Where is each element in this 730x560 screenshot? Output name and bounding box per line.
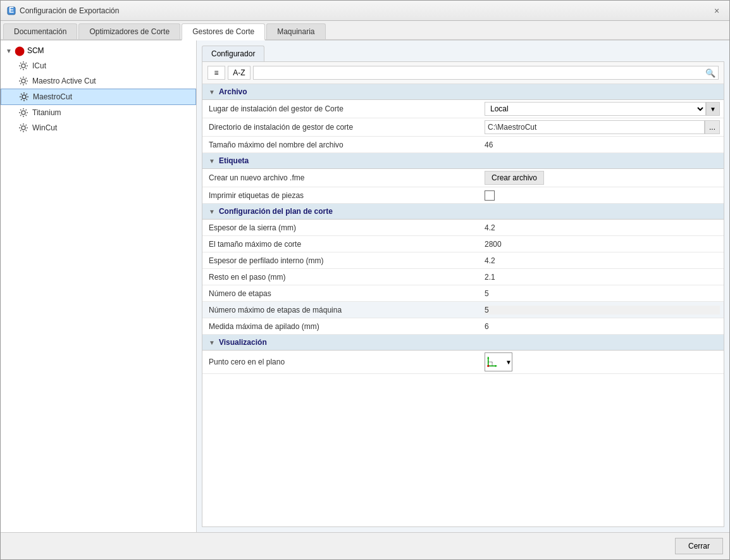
- sidebar-group-header[interactable]: ▼ ⬤ SCM: [1, 43, 196, 58]
- property-value-tamano-corte: [481, 238, 724, 251]
- crear-archivo-button[interactable]: Crear archivo: [485, 171, 544, 185]
- property-tamano-nombre: Tamaño máximo del nombre del archivo: [202, 137, 724, 153]
- coord-selector-button[interactable]: ▼: [485, 352, 512, 371]
- coord-dropdown-arrow: ▼: [505, 359, 512, 366]
- section-archivo: ▼ Archivo Lugar de instalación del gesto…: [202, 84, 724, 153]
- property-label-tamano-corte: El tamaño máximo de corte: [202, 237, 481, 251]
- input-resto-paso[interactable]: [485, 273, 720, 282]
- sidebar-group-label: SCM: [27, 46, 44, 55]
- gear-icon-maestrocut: [19, 92, 29, 102]
- config-toolbar: ≡ A-Z 🔍: [202, 62, 724, 84]
- tab-maquinaria[interactable]: Maquinaria: [266, 23, 325, 39]
- sidebar-item-titanium[interactable]: Titanium: [1, 105, 196, 120]
- property-label-medida-apilado: Medida máxima de apilado (mm): [202, 320, 481, 333]
- browse-button[interactable]: ...: [705, 120, 720, 134]
- property-label-tamano: Tamaño máximo del nombre del archivo: [202, 138, 481, 152]
- search-box: 🔍: [253, 66, 719, 80]
- property-imprimir-etiquetas: Imprimir etiquetas de piezas: [202, 187, 724, 204]
- svg-point-2: [22, 64, 25, 68]
- section-config-plan: ▼ Configuración del plan de corte Espeso…: [202, 204, 724, 335]
- title-bar-left: E Configuración de Exportación: [7, 6, 119, 15]
- close-button[interactable]: Cerrar: [675, 538, 723, 554]
- section-config-plan-header[interactable]: ▼ Configuración del plan de corte: [202, 204, 724, 220]
- property-value-tamano: [481, 139, 724, 151]
- property-label-lugar: Lugar de instalación del gestor de Corte: [202, 102, 481, 116]
- sidebar-item-icut[interactable]: ICut: [1, 58, 196, 73]
- property-directorio: Directorio de instalación de gestor de c…: [202, 118, 724, 137]
- bottom-bar: Cerrar: [1, 532, 729, 559]
- gear-icon-titanium: [18, 108, 28, 118]
- collapse-visualizacion-icon: ▼: [209, 339, 215, 346]
- property-value-medida-apilado: [481, 320, 724, 333]
- input-directorio[interactable]: [485, 120, 705, 134]
- property-value-directorio: ...: [481, 118, 724, 136]
- search-icon: 🔍: [705, 68, 715, 78]
- title-bar: E Configuración de Exportación ×: [1, 1, 729, 21]
- tab-optimizadores[interactable]: Optimizadores de Corte: [78, 23, 180, 39]
- property-resto-paso: Resto en el paso (mm): [202, 269, 724, 285]
- svg-point-3: [22, 79, 25, 83]
- gear-icon-wincut: [18, 123, 28, 133]
- section-archivo-header[interactable]: ▼ Archivo: [202, 84, 724, 100]
- property-label-crear: Crear un nuevo archivo .fme: [202, 171, 481, 185]
- sidebar-item-wincut[interactable]: WinCut: [1, 120, 196, 135]
- input-num-etapas[interactable]: [485, 289, 720, 298]
- property-label-espesor-sierra: Espesor de la sierra (mm): [202, 221, 481, 235]
- input-tamano-corte[interactable]: [485, 240, 720, 249]
- content-panel: Configurador ≡ A-Z 🔍: [197, 40, 729, 532]
- window-title: Configuración de Exportación: [20, 6, 119, 15]
- main-content: ▼ ⬤ SCM ICut Maestro Active: [1, 40, 729, 532]
- tab-gestores[interactable]: Gestores de Corte: [182, 23, 265, 40]
- app-icon: E: [7, 6, 16, 15]
- collapse-config-plan-icon: ▼: [209, 208, 215, 215]
- property-num-max-etapas: Número máximo de etapas de máquina: [202, 302, 724, 318]
- svg-point-11: [487, 365, 489, 367]
- property-label-num-etapas: Número de etapas: [202, 287, 481, 301]
- svg-marker-9: [487, 356, 489, 358]
- sidebar-group-scm: ▼ ⬤ SCM ICut Maestro Active: [1, 43, 196, 135]
- tab-documentacion[interactable]: Documentación: [3, 23, 77, 39]
- sidebar-item-maestrocut[interactable]: MaestroCut: [1, 89, 196, 105]
- select-lugar-instalacion[interactable]: Local Remote: [485, 102, 706, 116]
- input-espesor-perfilado[interactable]: [485, 256, 720, 265]
- property-medida-apilado: Medida máxima de apilado (mm): [202, 318, 724, 335]
- tab-bar: Documentación Optimizadores de Corte Ges…: [1, 21, 729, 40]
- az-sort-button[interactable]: A-Z: [228, 66, 251, 80]
- property-value-crear: Crear archivo: [481, 169, 724, 187]
- property-value-espesor-sierra: [481, 221, 724, 234]
- configurator-tab[interactable]: Configurador: [202, 46, 264, 61]
- gear-icon-icut: [18, 61, 28, 71]
- checkbox-imprimir[interactable]: [485, 190, 495, 201]
- property-value-espesor-perfilado: [481, 254, 724, 267]
- svg-point-5: [22, 111, 25, 115]
- input-medida-apilado[interactable]: [485, 322, 720, 331]
- property-value-num-max-etapas: [481, 304, 724, 316]
- select-wrap-lugar: Local Remote ▼: [485, 102, 720, 116]
- property-value-imprimir: [481, 189, 724, 202]
- section-etiqueta-header[interactable]: ▼ Etiqueta: [202, 153, 724, 169]
- sidebar-item-maestro-active-cut[interactable]: Maestro Active Cut: [1, 73, 196, 89]
- config-body: ≡ A-Z 🔍 ▼ Archivo: [202, 61, 724, 527]
- svg-point-6: [22, 126, 25, 130]
- property-value-resto-paso: [481, 271, 724, 283]
- list-view-button[interactable]: ≡: [207, 66, 225, 80]
- property-num-etapas: Número de etapas: [202, 285, 724, 302]
- property-crear-archivo: Crear un nuevo archivo .fme Crear archiv…: [202, 169, 724, 187]
- input-espesor-sierra[interactable]: [485, 223, 720, 232]
- main-window: E Configuración de Exportación × Documen…: [0, 0, 730, 560]
- select-arrow-lugar[interactable]: ▼: [706, 102, 720, 116]
- section-visualizacion: ▼ Visualización Punto cero en el plano: [202, 335, 724, 374]
- property-tamano-corte: El tamaño máximo de corte: [202, 236, 724, 252]
- section-visualizacion-header[interactable]: ▼ Visualización: [202, 335, 724, 351]
- input-tamano-nombre[interactable]: [485, 140, 720, 149]
- svg-text:E: E: [9, 6, 14, 15]
- property-value-lugar: Local Remote ▼: [481, 100, 724, 118]
- coord-icon: [485, 353, 504, 371]
- property-value-num-etapas: [481, 287, 724, 300]
- property-label-imprimir: Imprimir etiquetas de piezas: [202, 189, 481, 202]
- property-espesor-sierra: Espesor de la sierra (mm): [202, 220, 724, 236]
- empty-space: [202, 374, 724, 450]
- close-window-button[interactable]: ×: [710, 4, 723, 17]
- input-num-max-etapas[interactable]: [485, 306, 720, 314]
- svg-point-4: [22, 95, 26, 99]
